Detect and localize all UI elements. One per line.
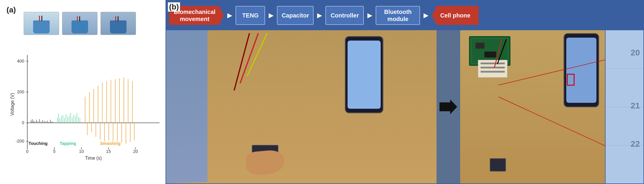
flow-bluetooth: Bluetooth module: [376, 6, 420, 25]
zoom-divider-0: [606, 68, 643, 69]
zoom-number-22: 22: [631, 139, 640, 149]
zoom-number-21: 21: [631, 101, 640, 111]
panel-b-label: (b): [168, 2, 180, 12]
phone-right-device: [564, 33, 599, 107]
phone-left-device: [345, 36, 383, 113]
image-row: 20 21 22: [166, 30, 643, 183]
arrow-5: ▶: [420, 11, 432, 20]
svg-text:-200: -200: [16, 139, 24, 143]
breadboard-row1: [481, 63, 505, 64]
flow-bluetooth-label: Bluetooth module: [384, 8, 412, 23]
chip-1: [476, 43, 484, 49]
arrow-3: ▶: [314, 11, 325, 20]
flow-controller: Controller: [325, 6, 364, 25]
svg-text:10: 10: [79, 149, 84, 154]
thumb-tapping: [62, 12, 98, 35]
breadboard-row3: [481, 71, 505, 73]
big-arrow-shape: [439, 100, 457, 114]
blue-board: [166, 30, 207, 183]
panel-a-label: (a): [7, 5, 16, 15]
phone-left-screen: [348, 41, 381, 109]
flow-cellphone-label: Cell phone: [440, 12, 470, 19]
phone-right-screen: [566, 38, 596, 103]
svg-text:200: 200: [17, 89, 24, 94]
thumbnail-row: [24, 12, 163, 36]
thumb-touching: [24, 12, 59, 35]
svg-text:15: 15: [106, 149, 111, 154]
flow-cellphone: Cell phone: [432, 6, 478, 25]
red-highlight: [567, 74, 575, 86]
svg-text:0: 0: [26, 149, 28, 154]
arrow-4: ▶: [364, 11, 376, 20]
svg-text:Voltage (V): Voltage (V): [10, 93, 15, 116]
zoom-panel: 20 21 22: [605, 30, 643, 183]
photo-left: [166, 30, 437, 183]
photo-right-main: [460, 30, 605, 183]
svg-text:Tapping: Tapping: [60, 141, 76, 146]
zoom-number-20: 20: [631, 48, 640, 57]
arrow-1: ▶: [224, 11, 236, 20]
panel-b-wrapper: (b) Biomechanical movement ▶ TENG ▶ Capa…: [166, 0, 644, 184]
teng-right: [490, 158, 506, 172]
svg-text:Time (s): Time (s): [85, 156, 102, 161]
big-arrow: [437, 30, 460, 183]
flow-controller-label: Controller: [331, 12, 359, 19]
chip-2: [484, 52, 496, 57]
svg-text:0: 0: [22, 120, 24, 125]
arrow-2: ▶: [265, 11, 277, 20]
flow-teng-label: TENG: [242, 12, 259, 19]
svg-text:Smashing: Smashing: [100, 141, 121, 146]
chart-area: 400 200 0 -200 Voltage (V) 0 5 10 15 20 …: [9, 6, 163, 178]
thumb-smashing: [100, 12, 136, 35]
panel-b: Biomechanical movement ▶ TENG ▶ Capacito…: [166, 0, 644, 184]
flow-capacitor: Capacitor: [277, 6, 314, 25]
svg-text:5: 5: [53, 149, 56, 154]
svg-text:Touching: Touching: [29, 141, 48, 146]
photo-right: 20 21 22: [460, 30, 643, 183]
voltage-chart: 400 200 0 -200 Voltage (V) 0 5 10 15 20 …: [9, 37, 163, 178]
panel-a: (a): [0, 0, 166, 184]
breadboard-row2: [481, 67, 505, 68]
svg-text:20: 20: [133, 149, 138, 154]
breadboard: [478, 60, 507, 78]
flow-capacitor-label: Capacitor: [282, 12, 309, 19]
flow-diagram: Biomechanical movement ▶ TENG ▶ Capacito…: [166, 1, 643, 30]
svg-text:400: 400: [17, 59, 24, 63]
flow-teng: TENG: [236, 6, 265, 25]
